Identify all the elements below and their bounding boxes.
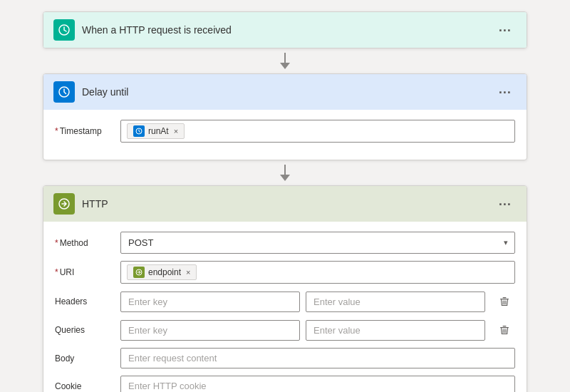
arrow-head-2: [280, 175, 290, 181]
http-headers-delete-btn[interactable]: [494, 291, 515, 312]
http-headers-inputs: [120, 292, 485, 312]
step-http: HTTP ⋯ *Method GET POST PUT DELETE PATCH: [43, 185, 527, 392]
http-method-label: *Method: [55, 238, 112, 248]
svg-rect-6: [503, 297, 507, 298]
delay-timestamp-input[interactable]: runAt ×: [120, 120, 515, 143]
delay-runat-token: runAt ×: [127, 123, 185, 139]
http-token-icon: [133, 267, 145, 278]
delay-title: Delay until: [82, 86, 487, 98]
delete-icon-queries: [499, 324, 510, 336]
http-cookie-label: Cookie: [55, 381, 112, 391]
http-svg: [58, 197, 71, 210]
http-cookie-row: Cookie: [55, 376, 515, 392]
step-http-header[interactable]: HTTP ⋯: [43, 186, 527, 222]
http-body-row: Body: [55, 348, 515, 368]
http-trigger-svg: [58, 24, 71, 36]
http-trigger-title: When a HTTP request is received: [82, 24, 487, 36]
http-queries-row: Queries: [55, 319, 515, 341]
http-queries-label: Queries: [55, 325, 112, 335]
http-queries-inputs: [120, 320, 485, 341]
svg-rect-10: [500, 327, 509, 328]
svg-rect-5: [500, 299, 509, 299]
http-menu-btn[interactable]: ⋯: [494, 195, 517, 213]
arrow-line-1: [284, 53, 286, 63]
http-queries-key-input[interactable]: [120, 320, 300, 341]
http-body: *Method GET POST PUT DELETE PATCH ▾ *URI: [43, 222, 527, 392]
step-http-trigger-header[interactable]: When a HTTP request is received ⋯: [43, 12, 527, 48]
arrow-line-2: [284, 165, 286, 175]
http-uri-row: *URI endpoint ×: [55, 261, 515, 284]
http-uri-required: *: [55, 267, 58, 277]
http-headers-row: Headers: [55, 291, 515, 312]
arrow-head-1: [280, 63, 290, 69]
delay-svg: [58, 86, 71, 98]
http-cookie-input[interactable]: [120, 376, 515, 392]
step-http-trigger: When a HTTP request is received ⋯: [43, 11, 527, 48]
http-method-select[interactable]: GET POST PUT DELETE PATCH: [120, 232, 515, 254]
arrow-2: [280, 160, 290, 185]
http-uri-input[interactable]: endpoint ×: [120, 261, 515, 284]
http-headers-value-input[interactable]: [306, 292, 485, 312]
delay-timestamp-label: *Timestamp: [55, 126, 112, 136]
http-title: HTTP: [82, 198, 487, 210]
http-method-required: *: [55, 238, 58, 248]
delete-icon-headers: [499, 296, 510, 307]
delay-icon: [53, 81, 75, 103]
http-icon: [53, 193, 75, 215]
http-queries-delete-btn[interactable]: [494, 319, 515, 341]
http-body-input[interactable]: [120, 348, 515, 368]
svg-rect-11: [503, 326, 507, 326]
arrow-1: [280, 48, 290, 73]
http-queries-value-input[interactable]: [306, 320, 485, 341]
http-method-select-wrapper: GET POST PUT DELETE PATCH ▾: [120, 232, 515, 254]
flow-container: When a HTTP request is received ⋯ Delay …: [43, 11, 527, 392]
http-uri-label: *URI: [55, 267, 112, 277]
delay-token-close[interactable]: ×: [174, 127, 178, 135]
delay-token-icon: [133, 125, 145, 137]
http-trigger-icon: [53, 19, 75, 41]
step-delay-header[interactable]: Delay until ⋯: [43, 74, 527, 110]
delay-menu-btn[interactable]: ⋯: [494, 83, 517, 101]
http-headers-key-input[interactable]: [120, 292, 300, 312]
delay-timestamp-required: *: [55, 126, 58, 136]
http-body-label: Body: [55, 354, 112, 363]
delay-body: *Timestamp runAt ×: [43, 110, 527, 160]
http-trigger-menu-btn[interactable]: ⋯: [494, 21, 517, 39]
endpoint-token-close[interactable]: ×: [186, 268, 190, 277]
http-headers-label: Headers: [55, 296, 112, 306]
http-method-row: *Method GET POST PUT DELETE PATCH ▾: [55, 232, 515, 254]
step-delay: Delay until ⋯ *Timestamp ru: [43, 73, 527, 160]
http-endpoint-token: endpoint ×: [127, 264, 197, 280]
delay-timestamp-row: *Timestamp runAt ×: [55, 120, 515, 143]
